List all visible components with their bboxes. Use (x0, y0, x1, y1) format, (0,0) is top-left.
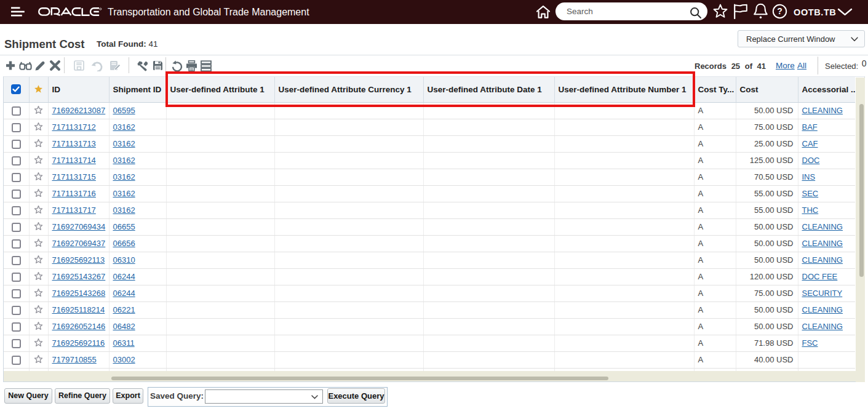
svg-text:?: ? (777, 6, 782, 16)
